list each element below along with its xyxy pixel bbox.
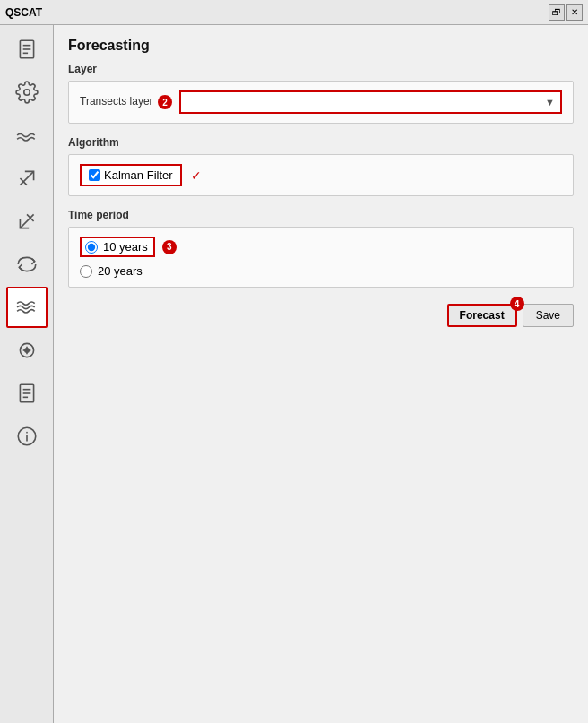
svg-line-7 bbox=[20, 214, 33, 228]
time-period-section-label: Time period bbox=[68, 209, 574, 221]
radio-20years-row: 20 years bbox=[80, 264, 562, 278]
forecast-btn-wrapper: Forecast 4 bbox=[447, 304, 517, 327]
main-layout: Forecasting Layer Transects layer 2 √ tr… bbox=[0, 25, 588, 723]
layer-group-box: Transects layer 2 √ transects [07-18-24 … bbox=[68, 81, 574, 124]
layer-select-wrapper: √ transects [07-18-24 14-52-59] [EPSG:32… bbox=[179, 90, 562, 114]
sidebar-item-arrows[interactable] bbox=[6, 158, 48, 199]
algorithm-group-box: Kalman Filter ✓ bbox=[68, 154, 574, 196]
radio-group: 10 years 3 20 years bbox=[80, 237, 562, 278]
time-period-section: Time period 10 years 3 bbox=[68, 209, 574, 288]
sidebar bbox=[0, 25, 54, 723]
layer-section-label: Layer bbox=[68, 63, 574, 75]
svg-point-4 bbox=[23, 90, 30, 96]
svg-line-5 bbox=[20, 171, 33, 185]
svg-point-19 bbox=[26, 432, 28, 434]
algorithm-section-label: Algorithm bbox=[68, 136, 574, 149]
forecast-badge: 4 bbox=[510, 297, 524, 311]
title-bar-controls: 🗗 ✕ bbox=[549, 4, 583, 21]
save-button[interactable]: Save bbox=[523, 304, 574, 327]
kalman-filter-label[interactable]: Kalman Filter bbox=[80, 164, 182, 186]
sidebar-item-settings[interactable] bbox=[6, 72, 48, 113]
radio-20years-label[interactable]: 20 years bbox=[80, 264, 143, 278]
kalman-filter-checkbox[interactable] bbox=[89, 169, 100, 181]
title-bar: QSCAT 🗗 ✕ bbox=[0, 0, 588, 25]
restore-button[interactable]: 🗗 bbox=[549, 4, 565, 21]
svg-point-12 bbox=[24, 349, 28, 352]
radio-10years-label[interactable]: 10 years bbox=[80, 237, 155, 257]
button-row: Forecast 4 Save bbox=[68, 304, 574, 327]
layer-label: Transects layer 2 bbox=[80, 95, 172, 109]
layer-row: Transects layer 2 √ transects [07-18-24 … bbox=[80, 90, 562, 114]
time-period-group-box: 10 years 3 20 years bbox=[68, 227, 574, 288]
sidebar-item-document[interactable] bbox=[6, 373, 48, 414]
sidebar-item-info[interactable] bbox=[6, 416, 48, 457]
app-title: QSCAT bbox=[5, 6, 42, 19]
radio-10years-text: 10 years bbox=[103, 240, 148, 254]
panel-title: Forecasting bbox=[54, 25, 588, 63]
sidebar-item-wave-active[interactable] bbox=[6, 287, 48, 328]
layer-badge: 2 bbox=[158, 95, 172, 109]
checkmark-icon: ✓ bbox=[191, 168, 202, 183]
sidebar-item-edit[interactable] bbox=[6, 330, 48, 371]
sidebar-item-arrows2[interactable] bbox=[6, 201, 48, 242]
time-period-badge: 3 bbox=[162, 240, 177, 254]
layer-section: Layer Transects layer 2 √ transects [07-… bbox=[68, 63, 574, 124]
sidebar-item-page[interactable] bbox=[6, 29, 48, 70]
algorithm-section: Algorithm Kalman Filter ✓ bbox=[68, 136, 574, 196]
forecast-button[interactable]: Forecast bbox=[447, 304, 517, 327]
radio-20years-text: 20 years bbox=[98, 264, 143, 278]
panel-body: Layer Transects layer 2 √ transects [07-… bbox=[54, 63, 588, 341]
sidebar-item-cycle[interactable] bbox=[6, 244, 48, 285]
kalman-filter-text: Kalman Filter bbox=[104, 168, 173, 182]
content-area: Forecasting Layer Transects layer 2 √ tr… bbox=[54, 25, 588, 723]
layer-select[interactable]: √ transects [07-18-24 14-52-59] [EPSG:32… bbox=[181, 92, 560, 112]
radio-10years[interactable] bbox=[85, 241, 98, 254]
algo-row: Kalman Filter ✓ bbox=[80, 164, 562, 186]
radio-20years[interactable] bbox=[80, 265, 92, 278]
radio-10years-row: 10 years 3 bbox=[80, 237, 562, 257]
close-button[interactable]: ✕ bbox=[566, 4, 583, 21]
sidebar-item-waves[interactable] bbox=[6, 115, 48, 156]
